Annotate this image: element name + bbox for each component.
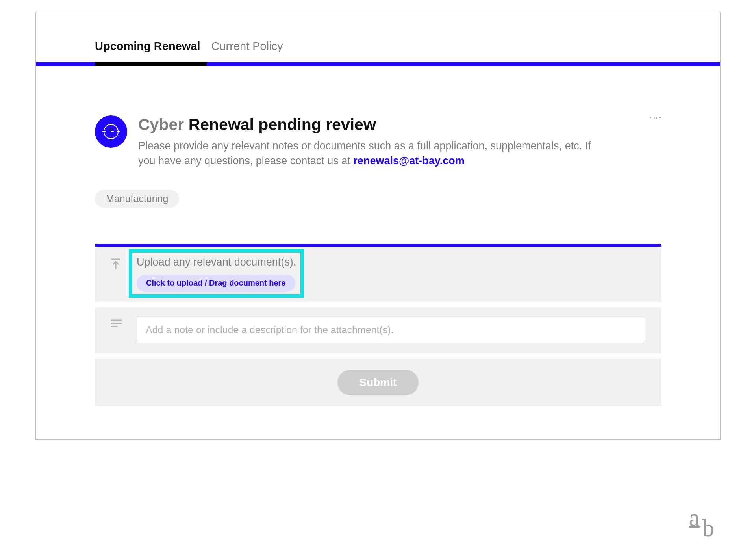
tab-underline-active [95,62,207,66]
tab-upcoming-renewal[interactable]: Upcoming Renewal [95,40,200,62]
brand-logo: ab [689,504,714,532]
clock-target-icon [102,123,120,140]
tag-row: Manufacturing [95,190,661,208]
page-subtitle: Please provide any relevant notes or doc… [138,139,603,169]
product-name: Cyber [138,115,184,134]
main-panel: Upcoming Renewal Current Policy Cyber [35,12,721,440]
more-menu-button[interactable] [650,117,661,119]
upload-block: Upload any relevant document(s). Click t… [137,256,296,292]
upload-label: Upload any relevant document(s). [137,256,296,268]
contact-email-link[interactable]: renewals@at-bay.com [353,155,464,167]
status-text: Renewal pending review [189,115,376,134]
dot-icon [650,117,652,119]
upload-icon [111,258,122,272]
notes-icon [111,319,122,329]
industry-tag: Manufacturing [95,190,179,208]
brand-b: b [702,514,714,541]
form-area: Upload any relevant document(s). Click t… [95,244,661,406]
content-area: Cyber Renewal pending review Please prov… [36,66,720,439]
note-input[interactable] [137,317,645,343]
tab-underline [36,62,720,66]
dot-icon [659,117,661,119]
note-row [95,307,661,353]
upload-row: Upload any relevant document(s). Click t… [95,247,661,302]
submit-row: Submit [95,359,661,406]
submit-button[interactable]: Submit [337,370,419,395]
title-block: Cyber Renewal pending review Please prov… [138,115,661,169]
page-title: Cyber Renewal pending review [138,115,661,134]
upload-button[interactable]: Click to upload / Drag document here [137,275,295,292]
dot-icon [654,117,657,119]
tab-bar: Upcoming Renewal Current Policy [36,12,720,62]
status-icon [95,115,127,148]
page-header: Cyber Renewal pending review Please prov… [95,115,661,169]
brand-a: a [689,511,700,528]
tab-current-policy[interactable]: Current Policy [211,40,283,62]
